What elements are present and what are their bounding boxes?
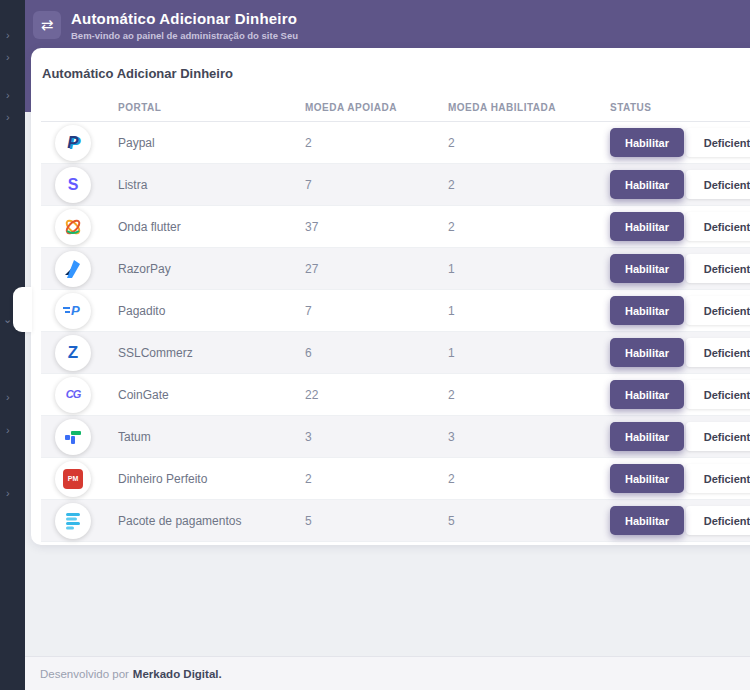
portal-name: CoinGate <box>118 388 305 402</box>
table-row: RazorPay 27 1 Habilitar Deficiente <box>41 248 750 290</box>
portal-name: Dinheiro Perfeito <box>118 472 305 486</box>
deficiente-button[interactable]: Deficiente <box>686 128 750 157</box>
perfect-money-icon: PM <box>55 461 91 497</box>
chevron-right-icon[interactable]: › <box>6 30 10 41</box>
svg-text:P: P <box>71 303 80 318</box>
table-row: P Pagadito 7 1 Habilitar Deficiente <box>41 290 750 332</box>
table-row: Pacote de pagamentos 5 5 Habilitar Defic… <box>41 500 750 542</box>
moeda-apoiada-value: 7 <box>305 178 448 192</box>
portal-name: Pacote de pagamentos <box>118 514 305 528</box>
moeda-habilitada-value: 1 <box>448 304 610 318</box>
habilitar-button[interactable]: Habilitar <box>610 212 684 241</box>
flutterwave-icon <box>55 209 91 245</box>
footer-brand: Merkado Digital. <box>133 668 222 680</box>
footer: Desenvolvido por Merkado Digital. <box>25 656 750 690</box>
table-row: PM Dinheiro Perfeito 2 2 Habilitar Defic… <box>41 458 750 500</box>
moeda-habilitada-value: 2 <box>448 220 610 234</box>
sslcommerz-icon: Z <box>55 335 91 371</box>
chevron-right-icon[interactable]: › <box>6 52 10 63</box>
paypal-icon: P <box>55 125 91 161</box>
portal-name: SSLCommerz <box>118 346 305 360</box>
chevron-right-icon[interactable]: › <box>6 488 10 499</box>
moeda-apoiada-value: 5 <box>305 514 448 528</box>
pagadito-icon: P <box>55 293 91 329</box>
chevron-down-icon[interactable]: ⌄ <box>3 314 12 325</box>
table-row: P Paypal 2 2 Habilitar Deficiente <box>41 122 750 164</box>
column-header-portal: PORTAL <box>118 102 305 113</box>
deficiente-button[interactable]: Deficiente <box>686 254 750 283</box>
column-header-moeda-habilitada: MOEDA HABILITADA <box>448 102 610 113</box>
chevron-right-icon[interactable]: › <box>6 90 10 101</box>
stripe-icon: S <box>55 167 91 203</box>
habilitar-button[interactable]: Habilitar <box>610 254 684 283</box>
portal-name: Pagadito <box>118 304 305 318</box>
table-row: S Listra 7 2 Habilitar Deficiente <box>41 164 750 206</box>
coingate-icon: CG <box>55 377 91 413</box>
chevron-right-icon[interactable]: › <box>6 392 10 403</box>
moeda-habilitada-value: 2 <box>448 472 610 486</box>
portal-name: Onda flutter <box>118 220 305 234</box>
column-header-status: STATUS <box>610 102 750 113</box>
page-subtitle: Bem-vindo ao painel de administração do … <box>71 30 298 41</box>
moeda-habilitada-value: 5 <box>448 514 610 528</box>
moeda-habilitada-value: 2 <box>448 136 610 150</box>
moeda-apoiada-value: 2 <box>305 472 448 486</box>
portal-name: Tatum <box>118 430 305 444</box>
card-title: Automático Adicionar Dinheiro <box>41 48 750 94</box>
tatum-icon <box>55 419 91 455</box>
habilitar-button[interactable]: Habilitar <box>610 170 684 199</box>
deficiente-button[interactable]: Deficiente <box>686 506 750 535</box>
table-row: Onda flutter 37 2 Habilitar Deficiente <box>41 206 750 248</box>
footer-text: Desenvolvido por <box>40 668 129 680</box>
deficiente-button[interactable]: Deficiente <box>686 338 750 367</box>
chevron-right-icon[interactable]: › <box>6 112 10 123</box>
portal-name: Paypal <box>118 136 305 150</box>
deficiente-button[interactable]: Deficiente <box>686 212 750 241</box>
moeda-habilitada-value: 1 <box>448 346 610 360</box>
chevron-right-icon[interactable]: › <box>6 425 10 436</box>
moeda-apoiada-value: 7 <box>305 304 448 318</box>
habilitar-button[interactable]: Habilitar <box>610 464 684 493</box>
table-row: CG CoinGate 22 2 Habilitar Deficiente <box>41 374 750 416</box>
habilitar-button[interactable]: Habilitar <box>610 128 684 157</box>
page-title: Automático Adicionar Dinheiro <box>71 10 298 27</box>
gateways-card: Automático Adicionar Dinheiro PORTAL MOE… <box>31 48 750 545</box>
habilitar-button[interactable]: Habilitar <box>610 506 684 535</box>
moeda-habilitada-value: 3 <box>448 430 610 444</box>
table-body: P Paypal 2 2 Habilitar Deficiente S List… <box>41 122 750 542</box>
moeda-habilitada-value: 1 <box>448 262 610 276</box>
moeda-apoiada-value: 6 <box>305 346 448 360</box>
moeda-apoiada-value: 37 <box>305 220 448 234</box>
paytm-icon <box>55 503 91 539</box>
deficiente-button[interactable]: Deficiente <box>686 464 750 493</box>
deficiente-button[interactable]: Deficiente <box>686 422 750 451</box>
deficiente-button[interactable]: Deficiente <box>686 296 750 325</box>
moeda-apoiada-value: 2 <box>305 136 448 150</box>
deficiente-button[interactable]: Deficiente <box>686 170 750 199</box>
habilitar-button[interactable]: Habilitar <box>610 296 684 325</box>
razorpay-icon <box>55 251 91 287</box>
habilitar-button[interactable]: Habilitar <box>610 380 684 409</box>
table-row: Z SSLCommerz 6 1 Habilitar Deficiente <box>41 332 750 374</box>
portal-name: Listra <box>118 178 305 192</box>
habilitar-button[interactable]: Habilitar <box>610 338 684 367</box>
table-header-row: PORTAL MOEDA APOIADA MOEDA HABILITADA ST… <box>41 94 750 122</box>
moeda-habilitada-value: 2 <box>448 388 610 402</box>
sidebar: › › › › ⌄ › › › <box>0 0 25 690</box>
moeda-apoiada-value: 3 <box>305 430 448 444</box>
column-header-moeda-apoiada: MOEDA APOIADA <box>305 102 448 113</box>
moeda-apoiada-value: 22 <box>305 388 448 402</box>
portal-name: RazorPay <box>118 262 305 276</box>
table-row: Tatum 3 3 Habilitar Deficiente <box>41 416 750 458</box>
swap-arrows-icon: ⇄ <box>33 11 61 39</box>
sidebar-active-item-indicator[interactable] <box>13 287 32 332</box>
deficiente-button[interactable]: Deficiente <box>686 380 750 409</box>
moeda-habilitada-value: 2 <box>448 178 610 192</box>
moeda-apoiada-value: 27 <box>305 262 448 276</box>
habilitar-button[interactable]: Habilitar <box>610 422 684 451</box>
